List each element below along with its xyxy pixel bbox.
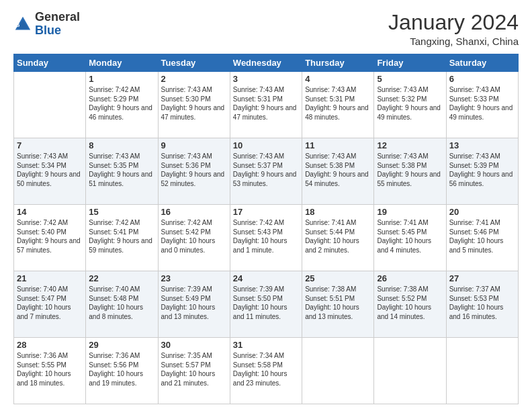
day-number: 18 [305,207,371,217]
calendar-cell: 26Sunrise: 7:38 AMSunset: 5:52 PMDayligh… [374,271,446,338]
cell-details: Sunrise: 7:43 AMSunset: 5:37 PMDaylight:… [233,152,299,188]
calendar-cell: 25Sunrise: 7:38 AMSunset: 5:51 PMDayligh… [302,271,374,338]
location: Tangxing, Shanxi, China [388,36,519,47]
day-number: 20 [449,207,515,217]
day-number: 27 [449,273,515,283]
calendar-cell: 2Sunrise: 7:43 AMSunset: 5:30 PMDaylight… [158,72,230,138]
calendar-cell: 19Sunrise: 7:41 AMSunset: 5:45 PMDayligh… [374,205,446,271]
cell-details: Sunrise: 7:41 AMSunset: 5:45 PMDaylight:… [377,218,443,255]
day-number: 22 [89,273,154,283]
page: G General Blue January 2024 Tangxing, Sh… [0,0,532,411]
cell-details: Sunrise: 7:43 AMSunset: 5:38 PMDaylight:… [377,152,443,188]
cell-details: Sunrise: 7:42 AMSunset: 5:41 PMDaylight:… [89,218,154,255]
cell-details: Sunrise: 7:43 AMSunset: 5:33 PMDaylight:… [449,85,515,122]
calendar-cell: 6Sunrise: 7:43 AMSunset: 5:33 PMDaylight… [446,72,518,138]
calendar-cell: 9Sunrise: 7:43 AMSunset: 5:36 PMDaylight… [158,138,230,205]
calendar-header-monday: Monday [86,54,158,72]
calendar-cell: 11Sunrise: 7:43 AMSunset: 5:38 PMDayligh… [302,138,374,205]
calendar-cell: 23Sunrise: 7:39 AMSunset: 5:49 PMDayligh… [158,271,230,338]
cell-details: Sunrise: 7:43 AMSunset: 5:31 PMDaylight:… [305,85,371,122]
cell-details: Sunrise: 7:38 AMSunset: 5:52 PMDaylight:… [377,285,443,321]
day-number: 7 [17,140,83,150]
day-number: 3 [233,74,299,84]
calendar-cell: 7Sunrise: 7:43 AMSunset: 5:34 PMDaylight… [14,138,86,205]
calendar-cell: 14Sunrise: 7:42 AMSunset: 5:40 PMDayligh… [14,205,86,271]
month-year: January 2024 [388,11,519,34]
day-number: 4 [305,74,371,84]
day-number: 1 [89,74,154,84]
calendar-cell: 13Sunrise: 7:43 AMSunset: 5:39 PMDayligh… [446,138,518,205]
calendar-cell: 12Sunrise: 7:43 AMSunset: 5:38 PMDayligh… [374,138,446,205]
calendar-header-row: SundayMondayTuesdayWednesdayThursdayFrid… [14,54,519,72]
day-number: 8 [89,140,154,150]
header: G General Blue January 2024 Tangxing, Sh… [13,11,519,47]
cell-details: Sunrise: 7:35 AMSunset: 5:57 PMDaylight:… [161,351,227,387]
day-number: 14 [17,207,83,217]
calendar-cell: 18Sunrise: 7:41 AMSunset: 5:44 PMDayligh… [302,205,374,271]
calendar-cell: 1Sunrise: 7:42 AMSunset: 5:29 PMDaylight… [86,72,158,138]
calendar-cell: 10Sunrise: 7:43 AMSunset: 5:37 PMDayligh… [230,138,302,205]
cell-details: Sunrise: 7:38 AMSunset: 5:51 PMDaylight:… [305,285,371,321]
day-number: 26 [377,273,443,283]
calendar-cell [374,338,446,404]
calendar-cell: 30Sunrise: 7:35 AMSunset: 5:57 PMDayligh… [158,338,230,404]
cell-details: Sunrise: 7:36 AMSunset: 5:55 PMDaylight:… [17,351,83,387]
day-number: 28 [17,340,83,350]
cell-details: Sunrise: 7:39 AMSunset: 5:50 PMDaylight:… [233,285,299,321]
day-number: 9 [161,140,227,150]
calendar-cell: 24Sunrise: 7:39 AMSunset: 5:50 PMDayligh… [230,271,302,338]
cell-details: Sunrise: 7:43 AMSunset: 5:30 PMDaylight:… [161,85,227,122]
calendar-cell: 31Sunrise: 7:34 AMSunset: 5:58 PMDayligh… [230,338,302,404]
calendar-week-row: 28Sunrise: 7:36 AMSunset: 5:55 PMDayligh… [14,338,519,404]
calendar-cell: 27Sunrise: 7:37 AMSunset: 5:53 PMDayligh… [446,271,518,338]
calendar-cell: 16Sunrise: 7:42 AMSunset: 5:42 PMDayligh… [158,205,230,271]
calendar-cell: 17Sunrise: 7:42 AMSunset: 5:43 PMDayligh… [230,205,302,271]
logo-icon: G [13,15,32,34]
cell-details: Sunrise: 7:43 AMSunset: 5:32 PMDaylight:… [377,85,443,122]
logo-text: General Blue [35,11,80,38]
title-block: January 2024 Tangxing, Shanxi, China [388,11,519,47]
day-number: 5 [377,74,443,84]
cell-details: Sunrise: 7:42 AMSunset: 5:29 PMDaylight:… [89,85,154,122]
day-number: 24 [233,273,299,283]
day-number: 30 [161,340,227,350]
calendar-header-tuesday: Tuesday [158,54,230,72]
day-number: 23 [161,273,227,283]
calendar-header-friday: Friday [374,54,446,72]
cell-details: Sunrise: 7:43 AMSunset: 5:38 PMDaylight:… [305,152,371,188]
cell-details: Sunrise: 7:42 AMSunset: 5:42 PMDaylight:… [161,218,227,255]
cell-details: Sunrise: 7:40 AMSunset: 5:48 PMDaylight:… [89,285,154,321]
calendar-cell: 29Sunrise: 7:36 AMSunset: 5:56 PMDayligh… [86,338,158,404]
calendar-header-thursday: Thursday [302,54,374,72]
cell-details: Sunrise: 7:34 AMSunset: 5:58 PMDaylight:… [233,351,299,387]
calendar-cell: 22Sunrise: 7:40 AMSunset: 5:48 PMDayligh… [86,271,158,338]
cell-details: Sunrise: 7:43 AMSunset: 5:36 PMDaylight:… [161,152,227,188]
cell-details: Sunrise: 7:41 AMSunset: 5:44 PMDaylight:… [305,218,371,255]
day-number: 16 [161,207,227,217]
calendar-cell [14,72,86,138]
day-number: 15 [89,207,154,217]
cell-details: Sunrise: 7:42 AMSunset: 5:43 PMDaylight:… [233,218,299,255]
calendar-cell: 8Sunrise: 7:43 AMSunset: 5:35 PMDaylight… [86,138,158,205]
day-number: 21 [17,273,83,283]
day-number: 29 [89,340,154,350]
calendar-header-sunday: Sunday [14,54,86,72]
calendar-cell: 15Sunrise: 7:42 AMSunset: 5:41 PMDayligh… [86,205,158,271]
calendar-week-row: 14Sunrise: 7:42 AMSunset: 5:40 PMDayligh… [14,205,519,271]
day-number: 6 [449,74,515,84]
day-number: 13 [449,140,515,150]
day-number: 25 [305,273,371,283]
calendar-cell [446,338,518,404]
calendar-cell: 20Sunrise: 7:41 AMSunset: 5:46 PMDayligh… [446,205,518,271]
cell-details: Sunrise: 7:36 AMSunset: 5:56 PMDaylight:… [89,351,154,387]
cell-details: Sunrise: 7:42 AMSunset: 5:40 PMDaylight:… [17,218,83,255]
cell-details: Sunrise: 7:41 AMSunset: 5:46 PMDaylight:… [449,218,515,255]
cell-details: Sunrise: 7:43 AMSunset: 5:39 PMDaylight:… [449,152,515,188]
calendar-cell: 5Sunrise: 7:43 AMSunset: 5:32 PMDaylight… [374,72,446,138]
svg-text:G: G [16,22,20,28]
logo: G General Blue [13,11,80,38]
day-number: 31 [233,340,299,350]
calendar-header-saturday: Saturday [446,54,518,72]
day-number: 17 [233,207,299,217]
calendar-week-row: 21Sunrise: 7:40 AMSunset: 5:47 PMDayligh… [14,271,519,338]
